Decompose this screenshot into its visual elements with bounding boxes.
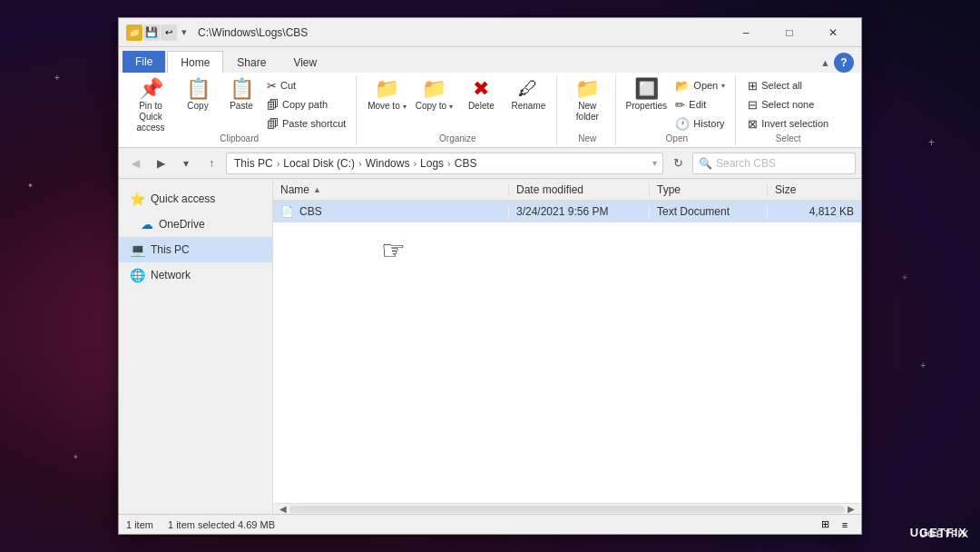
cut-button[interactable]: ✂ Cut [262, 76, 350, 94]
breadcrumb-local-disk[interactable]: Local Disk (C:) [281, 157, 357, 170]
copy-path-icon: 🗐 [267, 98, 279, 112]
select-label: Select [738, 133, 838, 143]
breadcrumb-logs[interactable]: Logs [418, 157, 446, 170]
maximize-button[interactable]: □ [769, 20, 810, 45]
details-view-button[interactable]: ⊞ [816, 517, 834, 533]
breadcrumb-cbs[interactable]: CBS [453, 157, 479, 170]
ribbon-group-clipboard: 📌 Pin to Quick access 📋 Copy 📋 Paste ✂ [122, 76, 357, 145]
scroll-left-button[interactable]: ◀ [277, 503, 289, 515]
customize-btn[interactable]: ▾ [178, 26, 191, 38]
copy-to-button[interactable]: 📁 Copy to ▾ [411, 76, 456, 133]
ribbon-tab-bar: File Home Share View ▲ ? [119, 47, 861, 73]
search-icon: 🔍 [699, 157, 712, 170]
col-header-size[interactable]: Size [768, 183, 861, 196]
breadcrumb-windows[interactable]: Windows [364, 157, 412, 170]
tab-share[interactable]: Share [223, 51, 279, 73]
sidebar-item-this-pc[interactable]: 💻 This PC [119, 237, 272, 262]
col-header-name[interactable]: Name ▲ [273, 183, 509, 196]
table-row[interactable]: 📄 CBS 3/24/2021 9:56 PM Text Document 4,… [273, 201, 861, 222]
explorer-window: 📁 💾 ↩ ▾ C:\Windows\Logs\CBS – □ ✕ File H… [118, 17, 862, 535]
sidebar-item-quick-access[interactable]: ⭐ Quick access [119, 186, 272, 212]
ribbon-group-select: ⊞ Select all ⊟ Select none ⊠ Invert sele… [738, 76, 838, 145]
item-count: 1 item [126, 519, 153, 530]
help-button[interactable]: ? [834, 53, 854, 73]
breadcrumb-dropdown[interactable]: ▾ [652, 158, 657, 168]
ribbon: 📌 Pin to Quick access 📋 Copy 📋 Paste ✂ [119, 73, 861, 148]
up-button[interactable]: ↑ [201, 153, 222, 174]
close-button[interactable]: ✕ [812, 20, 854, 45]
invert-selection-button[interactable]: ⊠ Invert selection [743, 114, 833, 133]
copy-path-button[interactable]: 🗐 Copy path [262, 95, 350, 113]
open-icon: 📂 [675, 79, 690, 93]
sidebar-item-label-onedrive: OneDrive [159, 218, 205, 231]
refresh-button[interactable]: ↻ [667, 153, 689, 174]
edit-icon: ✏ [675, 98, 685, 112]
sidebar-item-label-quick-access: Quick access [151, 192, 215, 205]
search-box[interactable]: 🔍 Search CBS [692, 153, 856, 174]
ribbon-group-organize: 📁 Move to ▾ 📁 Copy to ▾ ✖ Delete 🖊 Renam… [358, 76, 557, 145]
paste-shortcut-icon: 🗐 [267, 117, 279, 131]
rename-button[interactable]: 🖊 Rename [505, 76, 551, 133]
sidebar-item-label-network: Network [151, 269, 191, 281]
breadcrumb-this-pc[interactable]: This PC [232, 157, 275, 170]
copy-button[interactable]: 📋 Copy [175, 76, 220, 133]
history-icon: 🕐 [675, 117, 690, 131]
select-none-icon: ⊟ [748, 98, 758, 112]
breadcrumb[interactable]: This PC › Local Disk (C:) › Windows › Lo… [226, 153, 663, 174]
search-placeholder: Search CBS [716, 157, 776, 170]
view-controls: ⊞ ≡ [816, 517, 854, 533]
select-none-button[interactable]: ⊟ Select none [743, 95, 833, 113]
sidebar-item-onedrive[interactable]: ☁ OneDrive [130, 212, 272, 237]
col-header-type[interactable]: Type [650, 183, 768, 196]
address-bar: ◀ ▶ ▾ ↑ This PC › Local Disk (C:) › Wind… [119, 148, 861, 179]
tab-home[interactable]: Home [167, 51, 223, 73]
edit-button[interactable]: ✏ Edit [671, 95, 730, 113]
scrollbar-track[interactable] [289, 506, 845, 513]
paste-button[interactable]: 📋 Paste [222, 76, 260, 133]
forward-button[interactable]: ▶ [150, 153, 172, 174]
ribbon-expand-icon[interactable]: ▲ [820, 57, 830, 68]
select-all-icon: ⊞ [748, 79, 758, 93]
list-view-button[interactable]: ≡ [836, 517, 854, 533]
pin-icon: 📌 [139, 79, 163, 99]
file-size-cell: 4,812 KB [768, 205, 861, 218]
horizontal-scrollbar[interactable]: ◀ ▶ [273, 503, 861, 514]
onedrive-icon: ☁ [141, 217, 153, 232]
copy-icon: 📋 [186, 79, 211, 99]
paste-icon: 📋 [230, 79, 254, 99]
col-header-date[interactable]: Date modified [509, 183, 650, 196]
paste-shortcut-button[interactable]: 🗐 Paste shortcut [262, 114, 350, 133]
invert-selection-icon: ⊠ [748, 117, 758, 131]
minimize-button[interactable]: – [725, 20, 767, 45]
recent-button[interactable]: ▾ [175, 153, 197, 174]
properties-icon: 🔲 [634, 79, 659, 99]
new-folder-button[interactable]: 📁 Newfolder [564, 76, 610, 133]
rename-icon: 🖊 [518, 79, 538, 99]
this-pc-icon: 💻 [130, 242, 145, 257]
tab-view[interactable]: View [279, 51, 330, 73]
sidebar-item-network[interactable]: 🌐 Network [119, 262, 272, 288]
tab-file[interactable]: File [122, 51, 165, 73]
pin-to-quick-access-button[interactable]: 📌 Pin to Quick access [128, 76, 173, 133]
back-button[interactable]: ◀ [124, 153, 146, 174]
delete-button[interactable]: ✖ Delete [458, 76, 504, 133]
undo-icon[interactable]: ↩ [161, 25, 177, 41]
file-list-header: Name ▲ Date modified Type Size [273, 179, 861, 201]
ugetfix-brand: UGETFIX [910, 526, 967, 539]
move-icon: 📁 [375, 79, 399, 99]
title-bar: 📁 💾 ↩ ▾ C:\Windows\Logs\CBS – □ ✕ [119, 18, 861, 47]
window-title: C:\Windows\Logs\CBS [198, 26, 725, 39]
properties-button[interactable]: 🔲 Properties [623, 76, 669, 133]
save-icon[interactable]: 💾 [143, 25, 160, 41]
organize-label: Organize [358, 133, 556, 143]
select-all-button[interactable]: ⊞ Select all [743, 76, 833, 94]
history-button[interactable]: 🕐 History [671, 114, 730, 133]
scroll-right-button[interactable]: ▶ [845, 503, 858, 515]
copy-to-icon: 📁 [422, 79, 446, 99]
main-content: ⭐ Quick access ☁ OneDrive 💻 This PC 🌐 Ne… [119, 179, 861, 514]
new-label: New [559, 133, 615, 143]
move-to-button[interactable]: 📁 Move to ▾ [364, 76, 409, 133]
selected-info: 1 item selected 4.69 MB [168, 519, 275, 530]
open-small-button[interactable]: 📂 Open ▾ [671, 76, 730, 94]
folder-icon[interactable]: 📁 [126, 25, 142, 41]
